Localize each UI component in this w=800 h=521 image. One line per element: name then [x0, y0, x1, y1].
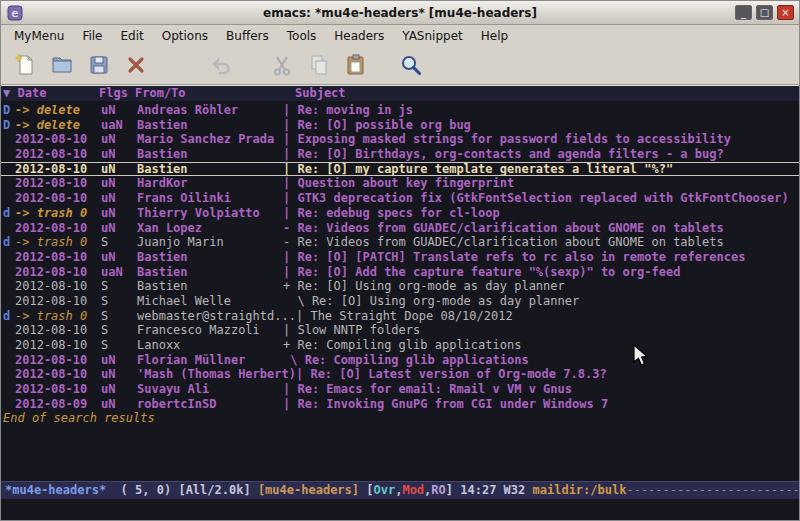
svg-text:e: e [12, 7, 19, 20]
column-header-date[interactable]: ▼ Date [1, 86, 99, 101]
message-row[interactable]: 2012-08-10uNXan Lopez- Re: Videos from G… [1, 221, 799, 236]
row-marker: D [3, 118, 15, 133]
column-header-flags[interactable]: Flgs [99, 86, 135, 101]
row-date: 2012-08-10 [15, 132, 101, 147]
row-from: Juanjo Marin [137, 235, 283, 250]
message-row[interactable]: 2012-08-10uNBastien| Re: [O] my capture … [1, 162, 799, 177]
menu-file[interactable]: File [73, 27, 111, 45]
row-flags: uN [101, 176, 137, 191]
row-flags: uN [101, 367, 137, 382]
menu-options[interactable]: Options [153, 27, 217, 45]
column-header-date-label: Date [17, 86, 46, 100]
cut-button[interactable] [266, 49, 298, 81]
message-row[interactable]: 2012-08-10SBastien+ Re: [O] Using org-mo… [1, 279, 799, 294]
menu-edit[interactable]: Edit [112, 27, 153, 45]
message-row[interactable]: 2012-08-10SLanoxx+ Re: Compiling glib ap… [1, 338, 799, 353]
row-flags: uN [101, 103, 137, 118]
mode-line: *mu4e-headers* ( 5, 0) [All/2.0k] [mu4e-… [1, 481, 799, 499]
save-button[interactable] [83, 49, 115, 81]
row-subject: | Re: [O] my capture template generates … [283, 163, 799, 176]
message-row[interactable]: 2012-08-10uNMario Sanchez Prada| Exposin… [1, 132, 799, 147]
row-marker [3, 338, 15, 353]
row-marker: d [3, 206, 15, 221]
row-flags: uN [101, 206, 137, 221]
row-marker [3, 279, 15, 294]
row-date: 2012-08-10 [15, 191, 101, 206]
cut-icon [270, 53, 294, 77]
row-flags: S [101, 309, 137, 324]
column-header-subject[interactable]: Subject [281, 86, 346, 101]
copy-button[interactable] [303, 49, 335, 81]
modeline-buffer-name: *mu4e-headers* [5, 483, 106, 497]
row-from: Lanoxx [137, 338, 283, 353]
row-marker [3, 147, 15, 162]
modeline-position: ( 5, 0) [106, 483, 178, 497]
open-file-button[interactable] [46, 49, 78, 81]
row-from: Bastien [137, 147, 283, 162]
row-marker: d [3, 235, 15, 250]
message-row[interactable]: 2012-08-10uNFlorian Müllner \ Re: Compil… [1, 353, 799, 368]
maximize-button[interactable]: □ [756, 5, 773, 20]
row-subject: | Question about key fingerprint [283, 176, 799, 191]
row-marker [3, 191, 15, 206]
row-flags: uN [101, 132, 137, 147]
message-row[interactable]: D-> deleteuNAndreas Röhler| Re: moving i… [1, 103, 799, 118]
message-row[interactable]: d-> trash 0Swebmaster@straightd...| The … [1, 309, 799, 324]
menu-help[interactable]: Help [472, 27, 517, 45]
row-from: Frans Oilinki [137, 191, 283, 206]
row-flags: S [101, 235, 137, 250]
row-date: 2012-08-10 [15, 163, 101, 176]
row-flags: uN [101, 397, 137, 412]
row-from: Bastien [137, 163, 283, 176]
row-marker [3, 132, 15, 147]
paste-button[interactable] [340, 49, 372, 81]
end-of-results-message: End of search results [1, 411, 799, 426]
row-subject: | Re: Invoking GnuPG from CGI under Wind… [283, 397, 799, 412]
close-button[interactable] [120, 49, 152, 81]
message-row[interactable]: 2012-08-10uNBastien| Re: [O] Birthdays, … [1, 147, 799, 162]
row-subject: - Re: Videos from GUADEC/clarification a… [283, 221, 799, 236]
row-flags: uaN [101, 265, 137, 280]
row-marker [3, 397, 15, 412]
emacs-window: e emacs: *mu4e-headers* [mu4e-headers] _… [0, 0, 800, 521]
row-from: robertcInSD [137, 397, 283, 412]
message-row[interactable]: d-> trash 0SJuanjo Marin- Re: Videos fro… [1, 235, 799, 250]
message-row[interactable]: D-> deleteuaNBastien| Re: [O] possible o… [1, 118, 799, 133]
message-row[interactable]: d-> trash 0uNThierry Volpiatto| Re: edeb… [1, 206, 799, 221]
search-button[interactable] [395, 49, 427, 81]
modeline-flags: [Ovr,Mod,RO] [359, 483, 460, 497]
column-header-from[interactable]: From/To [135, 86, 281, 101]
row-flags: uN [101, 382, 137, 397]
undo-button[interactable] [205, 49, 237, 81]
close-button[interactable]: × [777, 5, 794, 20]
message-row[interactable]: 2012-08-10uNBastien| Re: [O] [PATCH] Tra… [1, 250, 799, 265]
row-subject: | Slow NNTP folders [283, 323, 799, 338]
row-date: 2012-08-10 [15, 147, 101, 162]
message-row[interactable]: 2012-08-10uNHardKor| Question about key … [1, 176, 799, 191]
message-row[interactable]: 2012-08-10SMichael Welle \ Re: [O] Using… [1, 294, 799, 309]
message-row[interactable]: 2012-08-10uaNBastien| Re: [O] Add the ca… [1, 265, 799, 280]
menu-mymenu[interactable]: MyMenu [5, 27, 73, 45]
message-row[interactable]: 2012-08-10SFrancesco Mazzoli| Slow NNTP … [1, 323, 799, 338]
echo-area [1, 499, 799, 521]
menu-buffers[interactable]: Buffers [217, 27, 278, 45]
row-date: 2012-08-10 [15, 323, 101, 338]
message-row[interactable]: 2012-08-10uN'Mash (Thomas Herbert)| Re: … [1, 367, 799, 382]
new-file-button[interactable] [9, 49, 41, 81]
menu-yasnippet[interactable]: YASnippet [393, 27, 472, 45]
message-row[interactable]: 2012-08-10uNSuvayu Ali| Re: Emacs for em… [1, 382, 799, 397]
new-file-icon [13, 53, 37, 77]
title-bar[interactable]: e emacs: *mu4e-headers* [mu4e-headers] _… [1, 1, 799, 25]
row-subject: | Re: [O] possible org bug [283, 118, 799, 133]
row-from: Bastien [137, 265, 283, 280]
menu-headers[interactable]: Headers [325, 27, 393, 45]
menu-tools[interactable]: Tools [278, 27, 326, 45]
row-date: 2012-08-10 [15, 367, 101, 382]
row-from: HardKor [137, 176, 283, 191]
message-row[interactable]: 2012-08-10uNFrans Oilinki| GTK3 deprecat… [1, 191, 799, 206]
minimize-button[interactable]: _ [735, 5, 752, 20]
row-subject: - Re: Videos from GUADEC/clarification a… [283, 235, 799, 250]
row-subject: | Re: [O] Birthdays, org-contacts and ag… [283, 147, 799, 162]
modeline-time: 14:27 [460, 483, 503, 497]
message-row[interactable]: 2012-08-09uNrobertcInSD| Re: Invoking Gn… [1, 397, 799, 412]
